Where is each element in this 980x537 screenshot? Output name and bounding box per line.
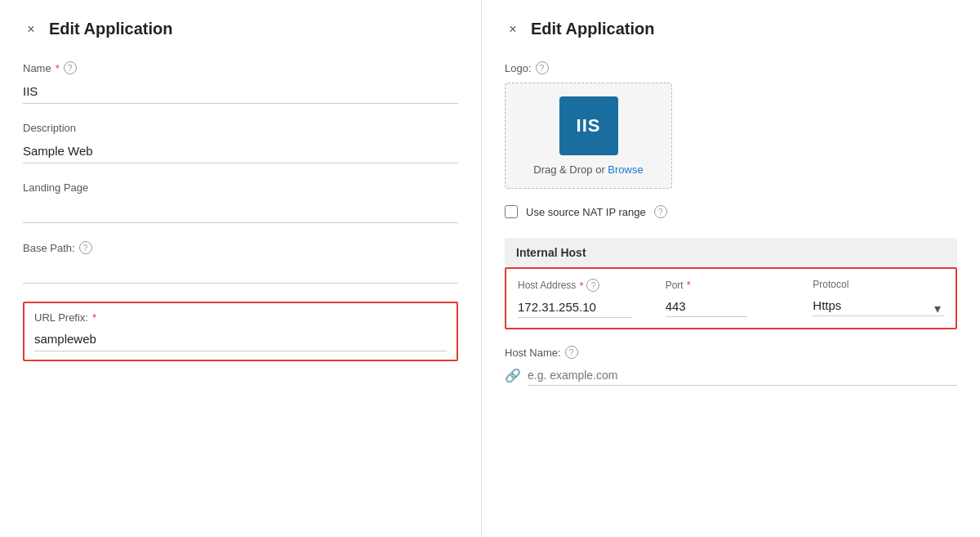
nat-help-icon[interactable]: ? [654,205,667,218]
port-field: Port * [666,279,813,318]
logo-label: Logo: ? [505,61,957,74]
logo-row: IIS Drag & Drop or Browse 🗑 [505,83,957,189]
url-prefix-field-group: URL Prefix: * [23,302,458,361]
right-panel: × Edit Application Logo: ? IIS Drag & Dr… [482,0,980,537]
right-panel-title: Edit Application [531,20,654,38]
host-address-input[interactable] [518,297,632,318]
protocol-field: Protocol Https Http ▾ [813,279,944,318]
internal-host-section-header: Internal Host [505,238,957,267]
port-input[interactable] [666,296,747,317]
right-close-button[interactable]: × [505,21,521,38]
host-name-input[interactable] [528,365,957,386]
left-panel-title: Edit Application [49,20,172,38]
name-input[interactable] [23,79,458,104]
name-field-group: Name * ? [23,61,458,104]
host-name-help-icon[interactable]: ? [565,346,578,359]
port-label: Port * [666,279,797,291]
description-input[interactable] [23,139,458,163]
nat-checkbox-row: Use source NAT IP range ? [505,205,957,218]
logo-browse-link[interactable]: Browse [608,163,643,176]
landing-page-label: Landing Page [23,181,458,194]
base-path-input[interactable] [23,259,458,284]
port-required-star: * [687,279,691,291]
landing-page-input[interactable] [23,199,458,223]
logo-help-icon[interactable]: ? [536,61,549,74]
protocol-select-wrapper: Https Http ▾ [813,295,944,316]
url-prefix-label: URL Prefix: * [34,311,447,324]
name-help-icon[interactable]: ? [64,61,77,74]
left-panel: × Edit Application Name * ? Description … [0,0,482,537]
host-address-field: Host Address * ? [518,279,666,318]
url-prefix-required-star: * [92,311,96,324]
description-label: Description [23,122,458,134]
base-path-help-icon[interactable]: ? [79,241,92,254]
host-address-label: Host Address * ? [518,279,649,292]
host-name-label: Host Name: ? [505,346,957,359]
nat-label: Use source NAT IP range [526,206,646,218]
host-fields-row: Host Address * ? Port * Protocol [518,279,944,318]
base-path-label: Base Path: ? [23,241,458,254]
link-icon: 🔗 [505,368,521,383]
protocol-label: Protocol [813,279,944,290]
base-path-field-group: Base Path: ? [23,241,458,284]
name-label: Name * ? [23,61,458,74]
landing-page-field-group: Landing Page [23,181,458,223]
name-required-star: * [56,62,60,74]
logo-section: Logo: ? IIS Drag & Drop or Browse 🗑 [505,61,957,189]
host-address-help-icon[interactable]: ? [586,279,599,292]
host-name-section: Host Name: ? 🔗 [505,346,957,386]
protocol-select[interactable]: Https Http [813,295,944,316]
nat-checkbox[interactable] [505,205,518,218]
logo-upload-area[interactable]: IIS Drag & Drop or Browse [505,83,672,189]
host-address-required-star: * [579,280,583,292]
host-name-input-row: 🔗 [505,365,957,386]
logo-drag-text: Drag & Drop or Browse [533,163,643,176]
iis-logo-box: IIS [559,96,618,155]
left-panel-header: × Edit Application [23,20,458,38]
host-fields-group: Host Address * ? Port * Protocol [505,267,957,329]
description-field-group: Description [23,122,458,163]
url-prefix-input[interactable] [34,327,447,351]
left-close-button[interactable]: × [23,21,39,38]
right-panel-header: × Edit Application [505,20,957,38]
